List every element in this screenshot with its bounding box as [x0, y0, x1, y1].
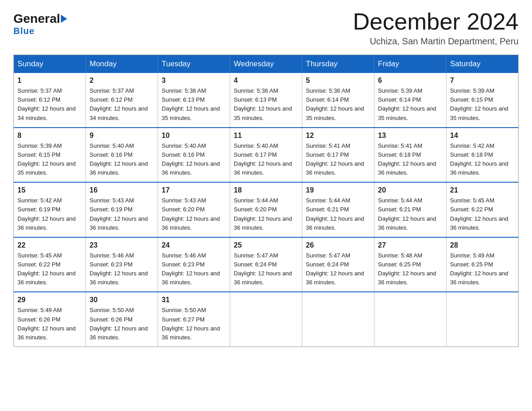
table-row: 28 Sunrise: 5:49 AM Sunset: 6:25 PM Dayl… — [446, 237, 519, 292]
header-thursday: Thursday — [302, 55, 374, 73]
table-row: 30 Sunrise: 5:50 AM Sunset: 6:26 PM Dayl… — [86, 292, 158, 347]
day-number: 9 — [90, 132, 154, 140]
day-info: Sunrise: 5:45 AM Sunset: 6:22 PM Dayligh… — [17, 251, 82, 287]
day-number: 26 — [306, 241, 370, 249]
day-info: Sunrise: 5:43 AM Sunset: 6:20 PM Dayligh… — [162, 196, 226, 232]
day-number: 24 — [162, 241, 226, 249]
day-info: Sunrise: 5:44 AM Sunset: 6:20 PM Dayligh… — [234, 196, 298, 232]
day-number: 12 — [306, 132, 370, 140]
month-year-title: December 2024 — [353, 9, 519, 34]
table-row: 23 Sunrise: 5:46 AM Sunset: 6:23 PM Dayl… — [86, 237, 158, 292]
day-info: Sunrise: 5:41 AM Sunset: 6:17 PM Dayligh… — [306, 141, 370, 178]
table-row: 29 Sunrise: 5:49 AM Sunset: 6:26 PM Dayl… — [14, 292, 86, 347]
header-saturday: Saturday — [446, 55, 519, 73]
day-number: 22 — [17, 241, 82, 249]
calendar-table: Sunday Monday Tuesday Wednesday Thursday… — [13, 55, 519, 347]
day-info: Sunrise: 5:39 AM Sunset: 6:15 PM Dayligh… — [450, 86, 515, 123]
table-row: 16 Sunrise: 5:43 AM Sunset: 6:19 PM Dayl… — [86, 182, 158, 237]
day-number: 2 — [90, 77, 154, 85]
day-info: Sunrise: 5:44 AM Sunset: 6:21 PM Dayligh… — [306, 196, 370, 232]
calendar-week-row: 1 Sunrise: 5:37 AM Sunset: 6:12 PM Dayli… — [14, 73, 519, 128]
header-monday: Monday — [86, 55, 158, 73]
day-info: Sunrise: 5:39 AM Sunset: 6:14 PM Dayligh… — [378, 86, 442, 123]
table-row: 12 Sunrise: 5:41 AM Sunset: 6:17 PM Dayl… — [302, 128, 374, 183]
day-number: 11 — [234, 132, 298, 140]
table-row: 10 Sunrise: 5:40 AM Sunset: 6:16 PM Dayl… — [158, 128, 230, 183]
table-row — [302, 292, 374, 347]
table-row: 9 Sunrise: 5:40 AM Sunset: 6:16 PM Dayli… — [86, 128, 158, 183]
day-info: Sunrise: 5:41 AM Sunset: 6:18 PM Dayligh… — [378, 141, 442, 178]
table-row: 15 Sunrise: 5:42 AM Sunset: 6:19 PM Dayl… — [14, 182, 86, 237]
calendar-week-row: 29 Sunrise: 5:49 AM Sunset: 6:26 PM Dayl… — [14, 292, 519, 347]
day-number: 25 — [234, 241, 298, 249]
logo-arrow-icon — [61, 15, 67, 23]
table-row: 14 Sunrise: 5:42 AM Sunset: 6:18 PM Dayl… — [446, 128, 519, 183]
day-info: Sunrise: 5:42 AM Sunset: 6:18 PM Dayligh… — [450, 141, 515, 178]
day-number: 13 — [378, 132, 442, 140]
day-number: 27 — [378, 241, 442, 249]
table-row: 3 Sunrise: 5:38 AM Sunset: 6:13 PM Dayli… — [158, 73, 230, 128]
table-row: 17 Sunrise: 5:43 AM Sunset: 6:20 PM Dayl… — [158, 182, 230, 237]
day-number: 6 — [378, 77, 442, 85]
table-row — [230, 292, 302, 347]
header-wednesday: Wednesday — [230, 55, 302, 73]
table-row: 22 Sunrise: 5:45 AM Sunset: 6:22 PM Dayl… — [14, 237, 86, 292]
day-info: Sunrise: 5:43 AM Sunset: 6:19 PM Dayligh… — [90, 196, 154, 232]
day-number: 3 — [162, 77, 226, 85]
day-info: Sunrise: 5:50 AM Sunset: 6:27 PM Dayligh… — [162, 306, 226, 342]
day-info: Sunrise: 5:50 AM Sunset: 6:26 PM Dayligh… — [90, 306, 154, 342]
day-info: Sunrise: 5:38 AM Sunset: 6:13 PM Dayligh… — [234, 86, 298, 123]
day-info: Sunrise: 5:37 AM Sunset: 6:12 PM Dayligh… — [17, 86, 82, 123]
table-row: 13 Sunrise: 5:41 AM Sunset: 6:18 PM Dayl… — [374, 128, 446, 183]
table-row: 7 Sunrise: 5:39 AM Sunset: 6:15 PM Dayli… — [446, 73, 519, 128]
table-row: 31 Sunrise: 5:50 AM Sunset: 6:27 PM Dayl… — [158, 292, 230, 347]
day-info: Sunrise: 5:47 AM Sunset: 6:24 PM Dayligh… — [306, 251, 370, 287]
header-sunday: Sunday — [14, 55, 86, 73]
day-number: 20 — [378, 186, 442, 194]
header-tuesday: Tuesday — [158, 55, 230, 73]
table-row: 26 Sunrise: 5:47 AM Sunset: 6:24 PM Dayl… — [302, 237, 374, 292]
logo-general-text: General — [13, 13, 60, 25]
table-row: 8 Sunrise: 5:39 AM Sunset: 6:15 PM Dayli… — [14, 128, 86, 183]
day-info: Sunrise: 5:40 AM Sunset: 6:16 PM Dayligh… — [90, 141, 154, 178]
table-row: 18 Sunrise: 5:44 AM Sunset: 6:20 PM Dayl… — [230, 182, 302, 237]
day-number: 30 — [90, 296, 154, 304]
day-info: Sunrise: 5:42 AM Sunset: 6:19 PM Dayligh… — [17, 196, 82, 232]
logo-blue-text: Blue — [13, 26, 34, 36]
day-number: 21 — [450, 186, 515, 194]
day-number: 18 — [234, 186, 298, 194]
day-info: Sunrise: 5:38 AM Sunset: 6:13 PM Dayligh… — [162, 86, 226, 123]
day-info: Sunrise: 5:45 AM Sunset: 6:22 PM Dayligh… — [450, 196, 515, 232]
table-row: 1 Sunrise: 5:37 AM Sunset: 6:12 PM Dayli… — [14, 73, 86, 128]
day-info: Sunrise: 5:48 AM Sunset: 6:25 PM Dayligh… — [378, 251, 442, 287]
day-number: 5 — [306, 77, 370, 85]
day-info: Sunrise: 5:49 AM Sunset: 6:25 PM Dayligh… — [450, 251, 515, 287]
day-info: Sunrise: 5:40 AM Sunset: 6:16 PM Dayligh… — [162, 141, 226, 178]
table-row — [374, 292, 446, 347]
day-info: Sunrise: 5:44 AM Sunset: 6:21 PM Dayligh… — [378, 196, 442, 232]
header-friday: Friday — [374, 55, 446, 73]
table-row: 5 Sunrise: 5:38 AM Sunset: 6:14 PM Dayli… — [302, 73, 374, 128]
day-number: 15 — [17, 186, 82, 194]
day-info: Sunrise: 5:46 AM Sunset: 6:23 PM Dayligh… — [90, 251, 154, 287]
day-info: Sunrise: 5:37 AM Sunset: 6:12 PM Dayligh… — [90, 86, 154, 123]
table-row: 27 Sunrise: 5:48 AM Sunset: 6:25 PM Dayl… — [374, 237, 446, 292]
day-number: 29 — [17, 296, 82, 304]
page-header: General Blue December 2024 Uchiza, San M… — [13, 9, 519, 47]
day-info: Sunrise: 5:49 AM Sunset: 6:26 PM Dayligh… — [17, 306, 82, 342]
day-number: 7 — [450, 77, 515, 85]
table-row: 4 Sunrise: 5:38 AM Sunset: 6:13 PM Dayli… — [230, 73, 302, 128]
day-number: 1 — [17, 77, 82, 85]
table-row: 19 Sunrise: 5:44 AM Sunset: 6:21 PM Dayl… — [302, 182, 374, 237]
table-row: 11 Sunrise: 5:40 AM Sunset: 6:17 PM Dayl… — [230, 128, 302, 183]
day-number: 19 — [306, 186, 370, 194]
day-info: Sunrise: 5:38 AM Sunset: 6:14 PM Dayligh… — [306, 86, 370, 123]
location-subtitle: Uchiza, San Martin Department, Peru — [353, 36, 519, 47]
table-row: 6 Sunrise: 5:39 AM Sunset: 6:14 PM Dayli… — [374, 73, 446, 128]
calendar-header-row: Sunday Monday Tuesday Wednesday Thursday… — [14, 55, 519, 73]
calendar-week-row: 8 Sunrise: 5:39 AM Sunset: 6:15 PM Dayli… — [14, 128, 519, 183]
day-number: 8 — [17, 132, 82, 140]
day-number: 16 — [90, 186, 154, 194]
table-row: 25 Sunrise: 5:47 AM Sunset: 6:24 PM Dayl… — [230, 237, 302, 292]
day-number: 28 — [450, 241, 515, 249]
